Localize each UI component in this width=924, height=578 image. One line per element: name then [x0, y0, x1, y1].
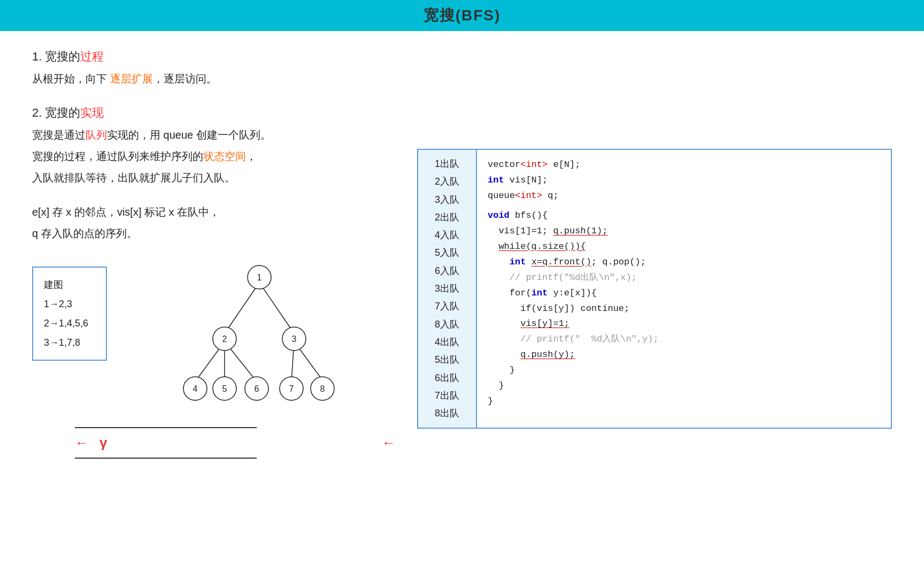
- code-line-15: }: [488, 378, 880, 394]
- state-highlight: 状态空间: [203, 150, 246, 162]
- svg-text:6: 6: [255, 384, 259, 393]
- step-4: 2出队: [428, 209, 466, 226]
- code-line-16: }: [488, 394, 880, 409]
- svg-text:4: 4: [193, 384, 198, 393]
- graph-area: 建图 1→2,3 2→1,4,5,6 3→1,7,8: [32, 256, 396, 406]
- desc-line4: e[x] 存 x 的邻点，vis[x] 标记 x 在队中，: [32, 202, 396, 222]
- build-line2: 2→1,4,5,6: [44, 314, 95, 333]
- step-15: 8出队: [428, 405, 466, 422]
- step-2: 2入队: [428, 173, 466, 191]
- left-panel: 1. 宽搜的过程 从根开始，向下 逐层扩展，逐层访问。 2. 宽搜的实现 宽搜是…: [32, 47, 396, 569]
- section1-desc: 从根开始，向下 逐层扩展，逐层访问。: [32, 69, 396, 88]
- step-11: 4出队: [428, 333, 466, 351]
- section2-title: 2. 宽搜的实现: [32, 103, 396, 122]
- code-line-11: vis[y]=1;: [488, 316, 880, 332]
- section2-label: 2. 宽搜的: [32, 106, 80, 119]
- arrow-right-icon: ←: [382, 435, 396, 451]
- section1-title: 1. 宽搜的过程: [32, 47, 396, 66]
- code-line-14: }: [488, 363, 880, 378]
- step-6: 5入队: [428, 244, 466, 262]
- code-line-1: vector<int> e[N];: [488, 157, 880, 173]
- code-line-3: queue<int> q;: [488, 188, 880, 204]
- queue-highlight: 队列: [86, 129, 107, 141]
- top-line: [75, 427, 257, 428]
- svg-text:8: 8: [320, 384, 325, 393]
- step-8: 3出队: [428, 280, 466, 298]
- code-line-4: void bfs(){: [488, 208, 880, 224]
- svg-line-0: [225, 283, 259, 333]
- desc-line2: 宽搜的过程，通过队列来维护序列的状态空间，: [32, 147, 396, 166]
- step-13: 6出队: [428, 369, 466, 387]
- section1-highlight: 过程: [80, 50, 104, 63]
- desc-line1: 宽搜是通过队列实现的，用 queue 创建一个队列。: [32, 125, 396, 144]
- step-5: 4入队: [428, 226, 466, 244]
- bottom-animation: ← γ ←: [32, 427, 396, 459]
- tree-diagram: 1 2 3 4 5 6 7: [123, 256, 396, 406]
- code-line-8: // printf("%d出队\n",x);: [488, 270, 880, 286]
- svg-text:5: 5: [222, 384, 227, 393]
- gamma-label: γ: [99, 435, 107, 451]
- build-title: 建图: [44, 275, 95, 294]
- step-14: 7出队: [428, 387, 466, 405]
- bottom-line: [75, 458, 257, 459]
- desc-line3: 入队就排队等待，出队就扩展儿子们入队。: [32, 168, 396, 187]
- code-line-6: while(q.size()){: [488, 239, 880, 255]
- build-graph-box: 建图 1→2,3 2→1,4,5,6 3→1,7,8: [32, 267, 107, 361]
- step-3: 3入队: [428, 191, 466, 209]
- step-7: 6入队: [428, 262, 466, 280]
- page-header: 宽搜(BFS): [0, 0, 924, 31]
- section1-label: 1. 宽搜的: [32, 50, 80, 63]
- build-line1: 1→2,3: [44, 294, 95, 314]
- code-line-13: q.push(y);: [488, 347, 880, 363]
- code-line-12: // printf(" %d入队\n",y);: [488, 332, 880, 347]
- main-content: 1. 宽搜的过程 从根开始，向下 逐层扩展，逐层访问。 2. 宽搜的实现 宽搜是…: [0, 31, 924, 578]
- desc-line5: q 存入队的点的序列。: [32, 224, 396, 243]
- svg-text:7: 7: [289, 384, 294, 393]
- step-12: 5出队: [428, 351, 466, 369]
- code-line-7: int x=q.front(); q.pop();: [488, 255, 880, 270]
- queue-steps-column: 1出队 2入队 3入队 2出队 4入队 5入队 6入队 3出队 7入队 8入队 …: [418, 150, 477, 428]
- arrow-row: ← γ ←: [75, 435, 396, 451]
- right-panel: 1出队 2入队 3入队 2出队 4入队 5入队 6入队 3出队 7入队 8入队 …: [417, 149, 892, 429]
- code-line-5: vis[1]=1; q.push(1);: [488, 224, 880, 239]
- svg-line-1: [259, 283, 294, 333]
- code-line-9: for(int y:e[x]){: [488, 286, 880, 301]
- arrow-left-icon: ←: [75, 435, 89, 451]
- svg-text:2: 2: [222, 334, 227, 344]
- code-line-2: int vis[N];: [488, 173, 880, 188]
- header-title: 宽搜(BFS): [424, 7, 501, 24]
- step-9: 7入队: [428, 298, 466, 315]
- section2-highlight: 实现: [80, 106, 104, 119]
- code-line-10: if(vis[y]) continue;: [488, 301, 880, 317]
- build-line3: 3→1,7,8: [44, 333, 95, 352]
- code-panel: vector<int> e[N]; int vis[N]; queue<int>…: [477, 150, 891, 428]
- svg-text:1: 1: [257, 273, 262, 282]
- step-10: 8入队: [428, 316, 466, 333]
- svg-text:3: 3: [292, 334, 297, 344]
- step-1: 1出队: [428, 155, 466, 173]
- expand-highlight: 逐层扩展: [110, 73, 153, 85]
